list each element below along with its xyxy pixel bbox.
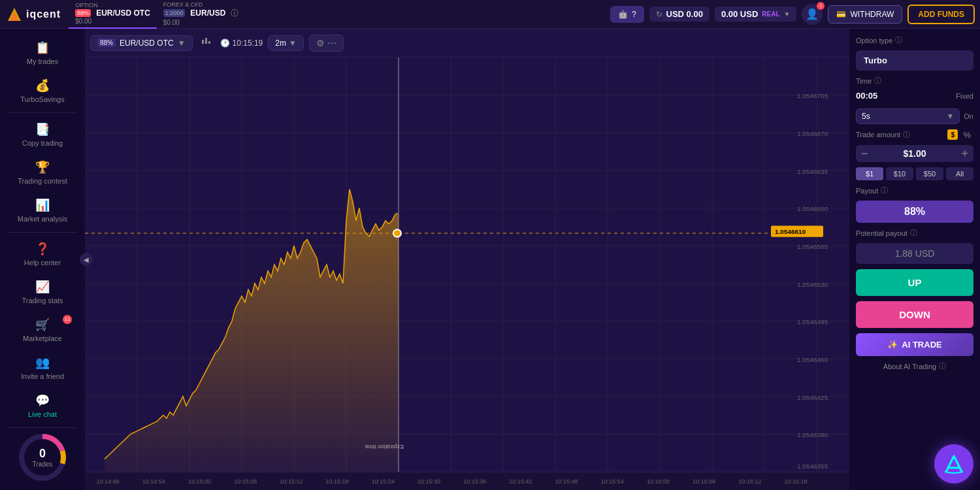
sidebar-label-market-analysis: Market analysis (18, 215, 67, 223)
sidebar-label-marketplace: Marketplace (23, 335, 62, 342)
potential-payout-label: Potential payout ⓘ (856, 228, 973, 238)
tab2-badge: 1:2000 (163, 9, 186, 17)
bottom-logo (934, 444, 973, 483)
add-funds-button[interactable]: ADD FUNDS (907, 5, 975, 24)
sidebar-label-turbo-savings: TurboSavings (20, 95, 64, 103)
chevron-down-icon: ▼ (178, 39, 186, 48)
balance-box[interactable]: ↻ USD 0.00 (649, 7, 710, 22)
tab2-info-icon[interactable]: ⓘ (231, 8, 238, 19)
chart-type-button[interactable] (198, 33, 215, 52)
bot-button[interactable]: 🤖 ? (610, 6, 644, 23)
chart-payout-badge: 88% (97, 39, 116, 47)
svg-text:1.0546670: 1.0546670 (797, 130, 828, 137)
potential-payout-info-icon[interactable]: ⓘ (910, 228, 917, 238)
tab-forex[interactable]: Forex & CFD 1:2000 EUR/USD ⓘ $0.00 (157, 0, 246, 29)
withdraw-button[interactable]: 💳 WITHDRAW (828, 5, 902, 24)
refresh-icon: ↻ (656, 10, 662, 19)
svg-text:1.0546565: 1.0546565 (797, 243, 828, 250)
balance-type-box[interactable]: 0.00 USD REAL ▼ (715, 7, 797, 22)
balance-amount: USD 0.00 (666, 9, 703, 19)
about-ai-info-icon[interactable]: ⓘ (939, 361, 946, 371)
user-icon-button[interactable]: 👤 1 (802, 4, 823, 25)
logo[interactable]: iqcent (5, 5, 61, 24)
chart-symbol: EUR/USD OTC (120, 39, 174, 48)
on-label: On (964, 112, 973, 120)
quick-amount-50[interactable]: $50 (916, 167, 943, 180)
amount-input-row: − $1.00 + (856, 145, 973, 162)
payout-label: Payout ⓘ (856, 186, 973, 195)
percent-button[interactable]: % (960, 130, 973, 140)
sidebar-divider-3 (8, 427, 77, 428)
svg-text:1.0546610: 1.0546610 (775, 228, 806, 235)
payout-info-icon[interactable]: ⓘ (881, 186, 888, 195)
plus-button[interactable]: + (961, 148, 968, 159)
up-button[interactable]: UP (856, 269, 973, 296)
sidebar-item-help-center[interactable]: ❓ Help center (0, 235, 85, 273)
sidebar-item-market-analysis[interactable]: 📊 Market analysis (0, 191, 85, 229)
interval-time-value: 5s (862, 112, 870, 121)
about-ai-row[interactable]: About AI Trading ⓘ (856, 361, 973, 371)
time-tick-4: 10:15:06 (234, 478, 257, 485)
sidebar-item-trading-contest[interactable]: 🏆 Trading contest (0, 154, 85, 191)
trades-center: 0 Trades (33, 447, 53, 468)
sidebar-item-my-trades[interactable]: 📋 My trades (0, 34, 85, 72)
svg-text:1.0546495: 1.0546495 (797, 318, 828, 325)
svg-point-49 (393, 229, 401, 237)
interval-time-dropdown-icon: ▼ (946, 112, 954, 121)
sidebar-item-marketplace[interactable]: 🛒 Marketplace 11 (0, 311, 85, 349)
sidebar-label-my-trades: My trades (27, 57, 58, 65)
sidebar-collapse-button[interactable]: ◀ (80, 253, 93, 266)
tab1-price: $0.00 (75, 18, 150, 25)
potential-payout-box: 1.88 USD (856, 243, 973, 264)
user-icon: 👤 (806, 8, 819, 20)
sidebar-item-live-chat[interactable]: 💬 Live chat (0, 387, 85, 425)
quick-amount-all[interactable]: All (946, 167, 973, 180)
interval-time-selector[interactable]: 5s ▼ (856, 108, 960, 124)
trades-count: 0 (33, 447, 53, 461)
time-tick-8: 10:15:30 (417, 478, 440, 485)
live-chat-icon: 💬 (35, 393, 50, 408)
time-tick-14: 10:16:06 (693, 478, 715, 485)
chart-svg: 1.0546705 1.0546670 1.0546635 1.0546600 … (85, 57, 849, 472)
down-button[interactable]: DOWN (856, 301, 973, 328)
withdraw-label: WITHDRAW (850, 10, 894, 19)
sidebar-item-copy-trading[interactable]: 📑 Copy trading (0, 116, 85, 154)
sidebar-item-invite-friend[interactable]: 👥 Invite a friend (0, 349, 85, 387)
ai-trade-sparkle-icon: ✨ (887, 340, 898, 350)
time-tick-11: 10:15:48 (555, 478, 578, 485)
chart-area: 88% EUR/USD OTC ▼ 🕐 10:15:19 2m ▼ ⚙ (85, 29, 849, 490)
symbol-selector[interactable]: 88% EUR/USD OTC ▼ (90, 35, 193, 51)
tab-option-label: Option (75, 2, 150, 8)
withdraw-icon: 💳 (836, 10, 846, 19)
tab2-pair: EUR/USD (190, 8, 225, 18)
chart-canvas: 1.0546705 1.0546670 1.0546635 1.0546600 … (85, 57, 849, 472)
settings-button[interactable]: ⚙ ⋯ (309, 35, 344, 52)
right-panel: Option type ⓘ Turbo Time ⓘ 00:05 Fixed 5… (849, 29, 980, 490)
svg-text:1.0546460: 1.0546460 (797, 356, 828, 363)
interval-value: 2m (275, 39, 286, 48)
ai-trade-button[interactable]: ✨ AI TRADE (856, 333, 973, 356)
tab-forex-label: Forex & CFD (163, 1, 239, 8)
sidebar-item-trading-stats[interactable]: 📈 Trading stats (0, 273, 85, 311)
minus-button[interactable]: − (861, 148, 868, 159)
time-tick-10: 10:15:42 (509, 478, 532, 485)
main-layout: 📋 My trades 💰 TurboSavings 📑 Copy tradin… (0, 29, 980, 490)
quick-amount-10[interactable]: $10 (886, 167, 913, 180)
option-type-value: Turbo (864, 56, 887, 65)
quick-amount-1[interactable]: $1 (856, 167, 883, 180)
time-tick-3: 10:15:00 (188, 478, 211, 485)
svg-text:1.0546355: 1.0546355 (797, 463, 828, 470)
sidebar-label-copy-trading: Copy trading (22, 139, 63, 147)
option-type-info-icon[interactable]: ⓘ (895, 35, 902, 45)
time-info-icon[interactable]: ⓘ (874, 76, 881, 86)
svg-rect-6 (205, 38, 207, 44)
quick-amounts: $1 $10 $50 All (856, 167, 973, 180)
interval-selector[interactable]: 2m ▼ (268, 35, 304, 51)
trade-amount-info-icon[interactable]: ⓘ (903, 130, 910, 140)
chart-toolbar: 88% EUR/USD OTC ▼ 🕐 10:15:19 2m ▼ ⚙ (85, 29, 849, 57)
sidebar-label-help-center: Help center (24, 259, 61, 267)
tab-option[interactable]: Option 88% EUR/USD OTC $0.00 (69, 0, 157, 29)
sidebar-divider-2 (8, 232, 77, 233)
time-row: 00:05 Fixed (856, 91, 973, 101)
sidebar-item-turbo-savings[interactable]: 💰 TurboSavings (0, 72, 85, 110)
